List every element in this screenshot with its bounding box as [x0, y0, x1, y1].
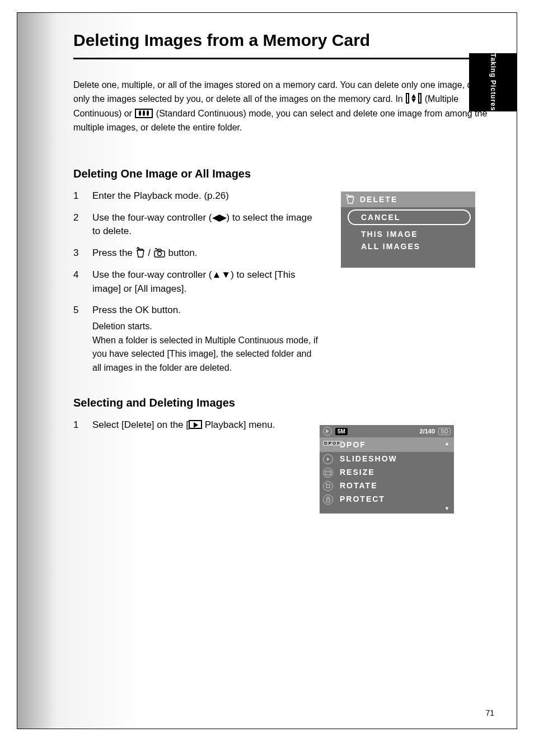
section-heading-select-delete: Selecting and Deleting Images: [73, 396, 496, 409]
playback-mode-icon: [189, 420, 202, 429]
page-number: 71: [485, 708, 494, 717]
delete-confirmation-panel: DELETE CANCEL THIS IMAGE ALL IMAGES: [341, 192, 475, 268]
step-b-1: 1 Select [Delete] on the [ Playback] men…: [73, 418, 308, 432]
svg-rect-1: [419, 94, 421, 103]
sd-card-badge: SD: [438, 428, 451, 435]
svg-point-3: [139, 110, 141, 116]
menu-item-protect[interactable]: PROTECT: [320, 492, 454, 506]
multi-continuous-icon: [405, 92, 422, 107]
menu-item-rotate[interactable]: ROTATE: [320, 479, 454, 492]
scroll-down-icon[interactable]: ▼: [444, 506, 449, 511]
step-group-a: 1 Enter the Playback mode. (p.26) 2 Use …: [73, 189, 331, 375]
svg-rect-10: [326, 499, 330, 502]
scroll-up-icon[interactable]: ▲: [444, 441, 451, 446]
menu-item-dpof[interactable]: DPOF DPOF ▲: [320, 437, 454, 452]
title-underline: [73, 58, 516, 59]
step-3: 3 Press the /: [73, 246, 320, 260]
protect-icon: [323, 494, 333, 505]
svg-point-4: [143, 110, 145, 116]
delete-option-cancel[interactable]: CANCEL: [348, 209, 471, 225]
page-title: Deleting Images from a Memory Card: [73, 31, 496, 50]
step-2: 2 Use the four-way controller (◀▶) to se…: [73, 211, 320, 239]
svg-rect-0: [406, 94, 409, 103]
menu-item-slideshow[interactable]: SLIDESHOW: [320, 452, 454, 465]
delete-panel-title: DELETE: [341, 192, 475, 207]
standard-continuous-icon: [134, 107, 153, 122]
step-1: 1 Enter the Playback mode. (p.26): [73, 189, 320, 203]
trash-icon: [345, 194, 355, 204]
resolution-badge: 5M: [335, 428, 348, 435]
side-tab: Taking Pictures: [469, 53, 517, 111]
intro-paragraph: Delete one, multiple, or all of the imag…: [73, 78, 504, 135]
rotate-icon: [323, 481, 333, 491]
image-counter: 2/140: [420, 428, 435, 435]
menu-item-resize[interactable]: RESIZE: [320, 465, 454, 479]
svg-point-5: [147, 110, 149, 116]
svg-point-7: [157, 252, 161, 256]
camera-icon: [153, 246, 166, 260]
delete-option-all-images[interactable]: ALL IMAGES: [348, 241, 471, 253]
slideshow-icon: [323, 454, 333, 464]
step-5: 5 Press the OK button. Deletion starts.W…: [73, 304, 320, 375]
trash-icon: [135, 246, 146, 260]
step-4: 4 Use the four-way controller (▲▼) to se…: [73, 268, 320, 296]
playback-circle-icon: [323, 427, 332, 436]
section-heading-delete-one-all: Deleting One Image or All Images: [73, 167, 496, 180]
resize-icon: [323, 468, 333, 478]
dpof-icon: DPOF: [323, 441, 342, 446]
svg-rect-8: [325, 471, 331, 475]
delete-option-this-image[interactable]: THIS IMAGE: [348, 228, 471, 241]
playback-menu-panel: 5M 2/140 SD DPOF DPOF ▲ SLIDESHOW: [320, 425, 454, 514]
